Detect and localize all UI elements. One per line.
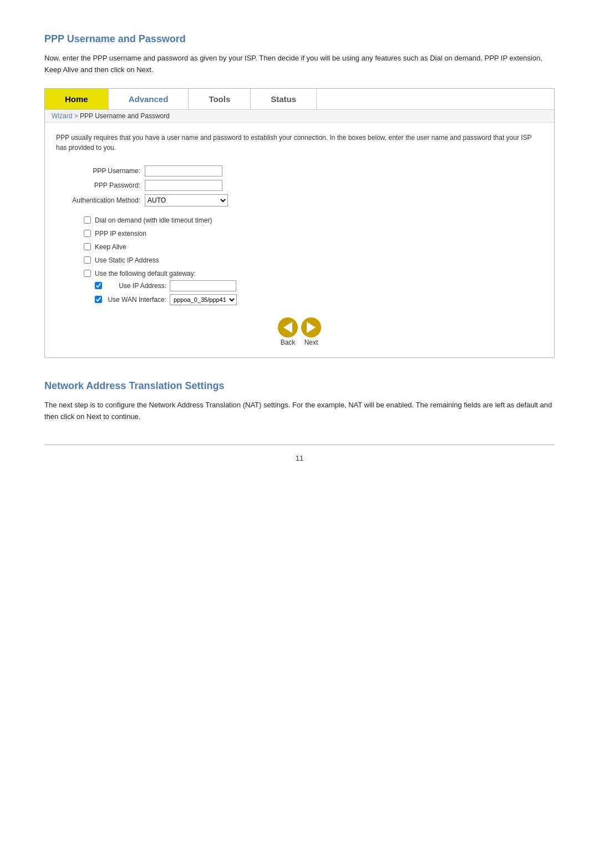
back-arrow-icon (283, 322, 292, 333)
ppp-ip-extension-label: PPP IP extension (95, 230, 146, 238)
password-input[interactable] (145, 180, 222, 191)
bottom-rule (44, 445, 555, 445)
username-label: PPP Username: (56, 167, 145, 175)
use-following-gateway-row: Use the following default gateway: (84, 270, 543, 277)
password-label: PPP Password: (56, 181, 145, 189)
section2-desc: The next step is to configure the Networ… (44, 400, 555, 423)
dial-on-demand-label: Dial on demand (with idle timeout timer) (95, 216, 212, 224)
nav-bar: Home Advanced Tools Status (45, 89, 554, 110)
panel-desc: PPP usually requires that you have a use… (56, 133, 543, 153)
password-row: PPP Password: (56, 180, 543, 191)
use-static-ip-label: Use Static IP Address (95, 256, 159, 264)
form-section: PPP Username: PPP Password: Authenticati… (56, 165, 543, 206)
wan-interface-select[interactable]: pppoa_0_35/ppp41 (170, 294, 237, 305)
use-following-gateway-checkbox[interactable] (84, 270, 91, 277)
use-wan-interface-row: Use WAN Interface: pppoa_0_35/ppp41 (95, 294, 543, 305)
use-wan-interface-checkbox[interactable] (95, 296, 102, 303)
breadcrumb-wizard[interactable]: Wizard (52, 112, 72, 120)
next-button-circle[interactable] (301, 317, 321, 337)
breadcrumb: Wizard > PPP Username and Password (45, 110, 554, 123)
next-button-group[interactable]: Next (301, 317, 321, 346)
keep-alive-label: Keep Alive (95, 243, 126, 251)
use-ip-address-row: Use IP Address: (95, 280, 543, 291)
keep-alive-checkbox[interactable] (84, 243, 91, 250)
use-ip-address-checkbox[interactable] (95, 282, 102, 289)
auth-label: Authentication Method: (56, 196, 145, 204)
keep-alive-row: Keep Alive (84, 243, 543, 251)
section2-title: Network Address Translation Settings (44, 380, 555, 392)
dial-on-demand-checkbox[interactable] (84, 216, 91, 224)
back-button-group[interactable]: Back (278, 317, 298, 346)
breadcrumb-current: PPP Username and Password (80, 112, 170, 120)
next-label: Next (304, 339, 318, 346)
router-panel: Home Advanced Tools Status Wizard > PPP … (44, 88, 555, 358)
use-wan-interface-label: Use WAN Interface: (106, 296, 170, 304)
dial-on-demand-row: Dial on demand (with idle timeout timer) (84, 216, 543, 224)
back-label: Back (281, 339, 296, 346)
back-button-circle[interactable] (278, 317, 298, 337)
ppp-ip-extension-row: PPP IP extension (84, 230, 543, 238)
use-ip-address-label: Use IP Address: (106, 282, 170, 290)
ppp-ip-extension-checkbox[interactable] (84, 230, 91, 237)
use-following-gateway-label: Use the following default gateway: (95, 270, 196, 277)
button-row: Back Next (56, 317, 543, 346)
panel-content: PPP usually requires that you have a use… (45, 123, 554, 357)
gateway-section: Use the following default gateway: Use I… (84, 270, 543, 305)
section1-desc: Now, enter the PPP username and password… (44, 53, 555, 76)
auth-select[interactable]: AUTO PAP CHAP (145, 194, 228, 206)
nav-advanced[interactable]: Advanced (109, 89, 189, 109)
auth-row: Authentication Method: AUTO PAP CHAP (56, 194, 543, 206)
next-arrow-icon (307, 322, 316, 333)
nav-home[interactable]: Home (45, 89, 109, 109)
username-row: PPP Username: (56, 165, 543, 176)
nav-status[interactable]: Status (251, 89, 317, 109)
ip-address-input[interactable] (170, 280, 236, 291)
section1-title: PPP Username and Password (44, 33, 555, 45)
use-static-ip-row: Use Static IP Address (84, 256, 543, 264)
section2: Network Address Translation Settings The… (44, 380, 555, 423)
use-static-ip-checkbox[interactable] (84, 256, 91, 264)
nav-tools[interactable]: Tools (189, 89, 251, 109)
page-number: 11 (44, 454, 555, 462)
checkbox-section: Dial on demand (with idle timeout timer)… (84, 216, 543, 264)
username-input[interactable] (145, 165, 222, 176)
